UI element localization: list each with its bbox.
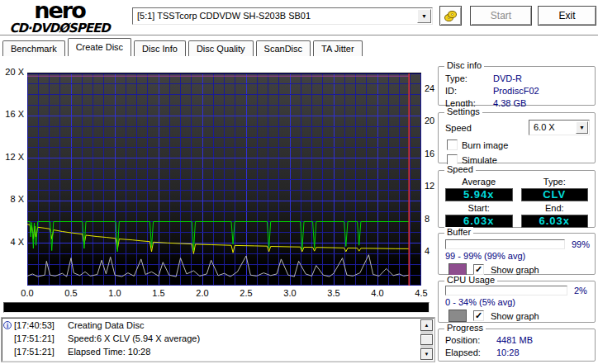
buffer-color-swatch[interactable] [448,263,467,276]
speed-average-label: Average [445,177,513,187]
y-axis-left-label: 8 X [0,194,24,204]
speed-type-label: Type: [521,177,589,187]
exit-button[interactable]: Exit [538,6,596,26]
log-time: [17:51:21] [14,345,59,358]
disc-info-group: Disc info Type: DVD-R ID: ProdiscF02 Len… [438,66,596,106]
info-icon: i [3,321,12,329]
settings-title: Settings [444,106,482,116]
disc-id-value: ProdiscF02 [493,86,595,96]
cddvdspeed-logo-text: CD·DVDØSPEED [2,21,117,35]
buffer-bar [445,239,565,249]
disc-type-label: Type: [445,73,493,83]
buffer-range: 99 - 99% (99% avg) [439,249,595,261]
nero-cd-dvd-speed-window: nero CD·DVDØSPEED [5:1] TSSTcorp CDDVDW … [0,0,598,364]
x-axis-label: 4.0 [368,288,387,298]
speed-average-value: 5.94x [445,188,513,201]
tab-strip: Benchmark Create Disc Disc Info Disc Qua… [0,38,598,56]
disc-options-button[interactable] [439,6,462,26]
speed-start-label: Start: [445,203,513,213]
speed-end-label: End: [521,203,589,213]
progress-group: Progress Position: 4481 MB Elapsed: 10:2… [438,329,596,362]
start-button[interactable]: Start [470,6,532,26]
topbar-divider [0,35,598,36]
buffer-show-graph-checkbox[interactable]: ✓ [473,264,484,275]
cpu-show-graph-checkbox[interactable]: ✓ [473,310,484,321]
progress-title: Progress [444,323,486,333]
disc-info-title: Disc info [444,60,484,70]
buffer-percent: 99% [572,239,590,249]
log-line: [17:51:21] Elapsed Time: 10:28 [2,345,434,358]
x-axis-label: 0.5 [61,288,81,298]
speed-group: Speed Average Type: 5.94x CLV Start: End… [438,170,596,228]
log-time: [17:51:21] [14,332,59,345]
speed-select-label: Speed [445,123,529,133]
x-axis-label: 1.0 [105,288,125,298]
x-axis-label: 3.0 [280,288,300,298]
y-axis-left-label: 20 X [0,67,24,77]
nero-logo-text: nero [2,1,117,21]
x-axis-label: 3.5 [324,288,344,298]
drive-select-combo[interactable]: [5:1] TSSTcorp CDDVDW SH-S203B SB01 ▼ [132,7,433,25]
y-axis-left-label: 12 X [0,152,24,162]
x-axis-label: 1.5 [149,288,168,298]
cpu-show-graph-label: Show graph [491,311,539,321]
chart-svg [27,73,421,286]
log-text: Creating Data Disc [68,320,144,330]
disc-id-label: ID: [445,86,493,96]
tab-ta-jitter[interactable]: TA Jitter [313,40,363,56]
cpu-usage-group: CPU Usage 2% 0 - 34% (5% avg) ✓ Show gra… [438,281,596,323]
write-progress-fill [4,303,429,312]
simulate-label: Simulate [462,155,497,165]
tab-disc-info[interactable]: Disc Info [134,40,186,56]
drive-select-value: [5:1] TSSTcorp CDDVDW SH-S203B SB01 [137,11,410,21]
y-axis-left-label: 16 X [0,109,24,119]
chevron-down-icon[interactable]: ▼ [576,121,588,134]
chevron-down-icon[interactable]: ▼ [417,9,431,23]
cpu-usage-title: CPU Usage [444,275,497,285]
burn-image-label: Burn image [462,140,508,150]
log-line: i [17:40:53] Creating Data Disc [2,319,434,332]
series-cpu-usage [27,255,409,277]
buffer-group: Buffer 99% 99 - 99% (99% avg) ✓ Show gra… [438,233,596,275]
cpu-range: 0 - 34% (5% avg) [439,295,595,307]
nero-logo: nero CD·DVDØSPEED [2,1,117,35]
scrollbar-thumb[interactable] [420,334,433,345]
chart-region: 20 X16 X12 X8 X4 X24201612840.00.51.01.5… [0,58,438,320]
tab-scandisc[interactable]: ScanDisc [256,40,311,56]
speed-title: Speed [444,164,476,174]
x-axis-label: 2.5 [236,288,256,298]
x-axis-label: 2.0 [192,288,212,298]
burn-image-checkbox[interactable] [447,139,458,150]
series-write-speed [27,222,409,252]
log-line: [17:51:21] Speed:6 X CLV (5.94 X average… [2,332,434,345]
tab-create-disc[interactable]: Create Disc [68,38,131,56]
scroll-down-icon[interactable]: ▼ [420,348,433,360]
speed-end-value: 6.03x [521,215,589,228]
discs-icon [444,11,458,22]
cpu-bar [445,286,567,295]
speed-chart-plot [27,73,421,285]
settings-group: Settings Speed 6.0 X ▼ Burn image Simula… [438,112,596,163]
disc-length-value: 4.38 GB [493,98,595,108]
log-text: Speed:6 X CLV (5.94 X average) [68,333,200,343]
log-scrollbar[interactable]: ▲ ▼ [420,319,433,360]
x-axis-label: 4.5 [411,288,431,298]
y-axis-left-label: 4 X [0,237,24,247]
disc-type-value: DVD-R [493,73,595,83]
x-axis-label: 0.0 [17,288,37,298]
scroll-up-icon[interactable]: ▲ [420,319,433,331]
log-box: i [17:40:53] Creating Data Disc [17:51:2… [2,318,434,362]
cpu-color-swatch[interactable] [448,310,467,322]
disc-glyph: Ø [59,21,69,35]
tab-benchmark[interactable]: Benchmark [2,40,65,56]
speed-type-value: CLV [521,188,589,201]
speed-select-value: 6.0 X [534,122,555,132]
write-progress-bar [3,302,430,313]
elapsed-label: Elapsed: [445,347,496,357]
position-label: Position: [445,335,496,345]
cpu-percent: 2% [574,286,587,295]
log-text: Elapsed Time: 10:28 [68,347,150,357]
elapsed-value: 10:28 [496,347,595,357]
tab-disc-quality[interactable]: Disc Quality [188,40,254,56]
speed-select-combo[interactable]: 6.0 X ▼ [529,120,590,135]
